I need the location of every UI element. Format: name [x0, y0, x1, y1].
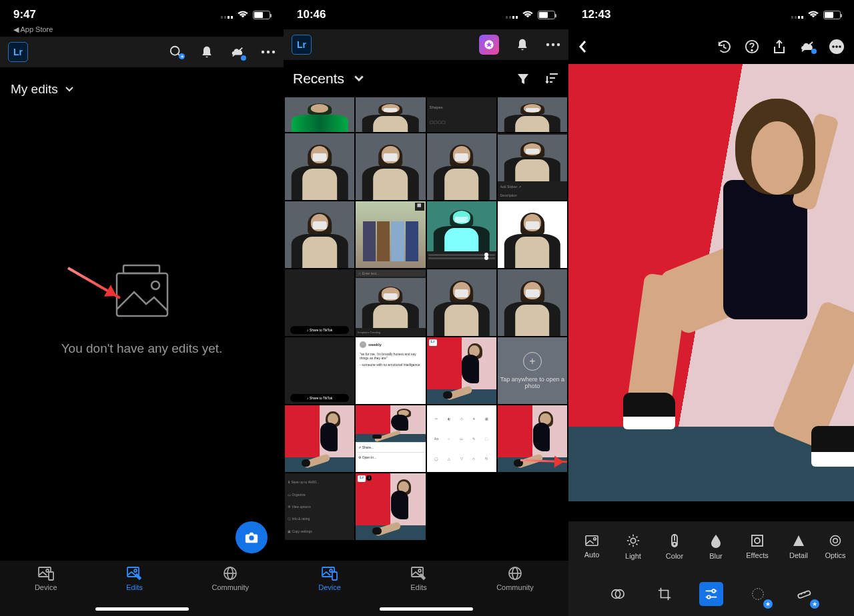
photo-thumb[interactable]: weekly"as for me, i'm brutally honest an… [356, 337, 425, 404]
svg-point-19 [546, 43, 549, 46]
photo-thumb[interactable] [285, 201, 354, 268]
svg-point-64 [753, 589, 764, 600]
battery-icon [823, 11, 841, 19]
photo-thumb[interactable]: Lr [427, 337, 496, 404]
photo-thumb[interactable] [285, 133, 354, 200]
more-icon[interactable] [829, 39, 845, 55]
main-photo[interactable] [568, 64, 854, 501]
photo-thumb[interactable]: Lr↓ [356, 473, 425, 540]
editor-header [568, 29, 854, 64]
photo-thumb[interactable]: Add Sticker ↗Description [498, 133, 567, 200]
svg-point-29 [418, 569, 421, 572]
more-icon[interactable] [546, 37, 560, 52]
svg-rect-65 [797, 591, 811, 599]
svg-line-49 [629, 544, 630, 545]
photo-thumb[interactable]: ▦ [356, 201, 425, 268]
svg-point-55 [755, 538, 760, 543]
signal-icon [221, 11, 233, 19]
app-header: Lr [284, 29, 568, 60]
tool-blur[interactable]: Blur [697, 533, 735, 560]
svg-point-11 [46, 569, 49, 572]
photo-thumb[interactable] [285, 405, 354, 472]
edit-tools-strip: Auto Light Color Blur Effects Detail Opt… [568, 521, 854, 572]
svg-line-47 [629, 537, 630, 538]
help-icon[interactable] [745, 39, 759, 54]
nav-community[interactable]: Community [211, 566, 249, 616]
photo-thumb[interactable]: ◇ Enter text...Templates Trending [356, 269, 425, 336]
cloud-sync-icon[interactable] [799, 41, 815, 53]
photo-thumb[interactable]: ♪ Share to TikTok [285, 269, 354, 336]
bell-icon[interactable] [199, 45, 214, 59]
nav-device[interactable]: Device [35, 566, 57, 616]
nav-community[interactable]: Community [496, 566, 534, 616]
photo-thumb[interactable]: Shapes▢▢▢▢ [427, 97, 496, 132]
cloud-sync-icon[interactable] [230, 45, 245, 59]
photo-thumb[interactable] [356, 133, 425, 200]
tool-detail[interactable]: Detail [779, 534, 818, 559]
back-button[interactable] [578, 39, 587, 54]
recents-dropdown[interactable]: Recents [293, 71, 364, 87]
masking-button[interactable]: ★ [746, 582, 770, 606]
photo-thumb[interactable] [498, 269, 567, 336]
camera-fab[interactable] [236, 521, 268, 553]
photo-thumb[interactable] [356, 97, 425, 132]
status-bar: 10:46 [284, 0, 568, 29]
photo-thumb[interactable]: ♪ Share to TikTok [285, 337, 354, 404]
wifi-icon [522, 11, 534, 19]
crop-button[interactable] [653, 582, 677, 606]
back-to-app-link[interactable]: ◀ App Store [0, 25, 284, 34]
presets-button[interactable] [606, 582, 630, 606]
status-time: 9:47 [13, 8, 36, 21]
healing-button[interactable]: ★ [793, 582, 817, 606]
sort-icon[interactable] [546, 72, 559, 85]
camera-icon [244, 531, 259, 544]
tool-optics[interactable]: Optics [821, 534, 850, 559]
bell-icon[interactable] [515, 37, 530, 52]
search-icon[interactable]: ★ [169, 45, 183, 59]
filter-icon[interactable] [516, 72, 530, 85]
photo-thumb[interactable]: ⬇ Save up to 4k/60...▭ Organize👁 View op… [285, 473, 354, 540]
photo-thumb [498, 473, 567, 540]
home-indicator[interactable] [380, 607, 473, 611]
svg-point-38 [835, 45, 838, 48]
history-icon[interactable] [717, 39, 731, 54]
wifi-icon [807, 11, 819, 19]
share-icon[interactable] [773, 39, 786, 54]
plus-icon: + [523, 352, 542, 371]
svg-point-39 [839, 45, 841, 48]
nav-device[interactable]: Device [318, 566, 341, 616]
svg-point-37 [832, 45, 835, 48]
photo-thumb[interactable] [427, 133, 496, 200]
photo-thumb[interactable] [427, 269, 496, 336]
svg-point-42 [630, 538, 635, 543]
signal-icon [506, 11, 518, 19]
photo-thumb[interactable]: ↗ Share...⚙ Open in... [356, 405, 425, 472]
signal-icon [791, 11, 803, 19]
battery-icon [253, 11, 270, 19]
tool-auto[interactable]: Auto [572, 535, 611, 559]
svg-rect-6 [123, 265, 159, 273]
phone-screen-3: 12:43 Auto Light Color Blur [568, 0, 854, 616]
more-icon[interactable] [261, 45, 276, 59]
tap-anywhere-tile[interactable]: +Tap anywhere to open a photo [498, 337, 567, 404]
photo-thumb[interactable] [427, 201, 496, 268]
premium-badge[interactable] [479, 35, 499, 55]
photo-thumb[interactable]: ✂◐◇☀▦ Aa○▭✎⬚ ◯△▽◇↻ [427, 405, 496, 472]
section-title: Recents [293, 71, 344, 87]
photo-grid: Shapes▢▢▢▢ Add Sticker ↗Description ▦ ♪ … [284, 97, 568, 560]
tool-color[interactable]: Color [655, 533, 694, 560]
photo-thumb[interactable] [285, 97, 354, 132]
spacer [568, 501, 854, 521]
section-title-row: Recents [284, 60, 568, 97]
adjust-button[interactable] [699, 582, 723, 606]
tool-effects[interactable]: Effects [738, 534, 777, 559]
lightroom-logo[interactable]: Lr [292, 35, 312, 55]
photo-thumb[interactable] [498, 97, 567, 132]
tool-light[interactable]: Light [614, 533, 653, 560]
photo-thumb [427, 473, 496, 540]
empty-state-text: You don't have any edits yet. [61, 341, 223, 356]
home-indicator[interactable] [95, 607, 189, 611]
svg-point-3 [262, 51, 264, 53]
photo-thumb[interactable] [498, 201, 567, 268]
svg-line-66 [801, 593, 802, 595]
